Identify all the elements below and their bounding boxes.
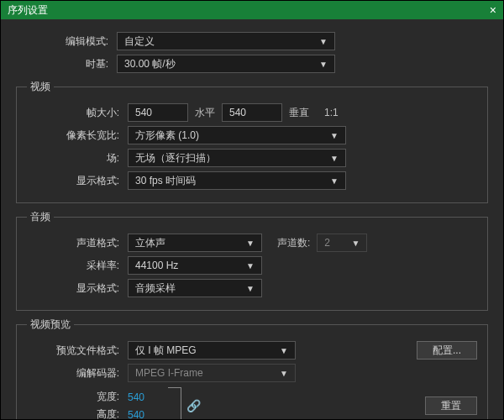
- par-value: 方形像素 (1.0): [135, 129, 199, 143]
- par-label: 像素长宽比:: [27, 129, 128, 143]
- reset-button[interactable]: 重置: [425, 396, 477, 415]
- ch-fmt-select[interactable]: 立体声 ▼: [128, 234, 262, 252]
- video-display-fmt-label: 显示格式:: [27, 174, 128, 188]
- par-select[interactable]: 方形像素 (1.0) ▼: [128, 126, 346, 144]
- chevron-down-icon: ▼: [280, 369, 288, 378]
- video-display-fmt-value: 30 fps 时间码: [135, 174, 196, 188]
- chevron-down-icon: ▼: [280, 346, 288, 355]
- chevron-down-icon: ▼: [351, 239, 360, 248]
- edit-mode-label: 编辑模式:: [16, 34, 117, 49]
- horiz-label: 水平: [195, 106, 215, 120]
- chevron-down-icon: ▼: [330, 131, 339, 140]
- video-display-fmt-select[interactable]: 30 fps 时间码 ▼: [128, 171, 346, 190]
- codec-value: MPEG I-Frame: [135, 367, 203, 379]
- codec-label: 编解码器:: [27, 366, 128, 381]
- ch-count-label: 声道数:: [277, 236, 310, 250]
- fields-select[interactable]: 无场（逐行扫描） ▼: [128, 149, 346, 167]
- ch-fmt-label: 声道格式:: [27, 236, 128, 250]
- fields-label: 场:: [27, 151, 128, 165]
- titlebar: 序列设置 ×: [1, 1, 503, 19]
- preview-group: 视频预览 预览文件格式: 仅 I 帧 MPEG ▼ 配置... 编解码器: MP…: [16, 318, 488, 420]
- timebase-label: 时基:: [16, 57, 117, 71]
- edit-mode-value: 自定义: [124, 34, 155, 49]
- audio-display-fmt-value: 音频采样: [135, 281, 176, 296]
- chevron-down-icon: ▼: [246, 284, 255, 293]
- chevron-down-icon: ▼: [246, 239, 255, 248]
- preview-file-fmt-select[interactable]: 仅 I 帧 MPEG ▼: [128, 341, 296, 360]
- frame-size-label: 帧大小:: [27, 106, 128, 120]
- audio-display-fmt-label: 显示格式:: [27, 281, 128, 296]
- chevron-down-icon: ▼: [330, 154, 339, 163]
- preview-width-value[interactable]: 540: [128, 391, 144, 403]
- codec-select: MPEG I-Frame ▼: [128, 364, 296, 382]
- preview-file-fmt-value: 仅 I 帧 MPEG: [135, 344, 197, 358]
- content: 编辑模式: 自定义 ▼ 时基: 30.00 帧/秒 ▼ 视频 帧大小: 540 …: [1, 19, 503, 420]
- ch-fmt-value: 立体声: [135, 236, 165, 250]
- vert-label: 垂直: [289, 106, 309, 120]
- ch-count-select[interactable]: 2 ▼: [317, 234, 367, 252]
- audio-legend: 音频: [27, 210, 54, 224]
- video-group: 视频 帧大小: 540 水平 540 垂直 1:1 像素长宽比: 方形像素 (1…: [16, 80, 488, 203]
- timebase-select[interactable]: 30.00 帧/秒 ▼: [117, 55, 335, 73]
- ch-count-value: 2: [324, 237, 330, 249]
- link-bracket-icon: [168, 387, 181, 420]
- chevron-down-icon: ▼: [330, 176, 339, 186]
- close-icon[interactable]: ×: [490, 3, 496, 17]
- aspect-ratio-text: 1:1: [324, 107, 339, 118]
- preview-height-label: 高度:: [27, 407, 128, 420]
- configure-button[interactable]: 配置...: [417, 341, 477, 360]
- chevron-down-icon: ▼: [319, 37, 328, 46]
- sample-rate-select[interactable]: 44100 Hz ▼: [128, 256, 262, 275]
- audio-display-fmt-select[interactable]: 音频采样 ▼: [128, 279, 262, 297]
- preview-height-value[interactable]: 540: [128, 409, 144, 421]
- fields-value: 无场（逐行扫描）: [135, 151, 216, 165]
- frame-height-input[interactable]: 540: [222, 103, 282, 122]
- window-title: 序列设置: [8, 3, 48, 18]
- preview-file-fmt-label: 预览文件格式:: [27, 344, 128, 358]
- video-legend: 视频: [27, 80, 54, 94]
- sample-rate-label: 采样率:: [27, 259, 128, 273]
- timebase-value: 30.00 帧/秒: [124, 57, 176, 71]
- link-icon[interactable]: 🔗: [186, 399, 201, 412]
- edit-mode-select[interactable]: 自定义 ▼: [117, 32, 335, 50]
- chevron-down-icon: ▼: [246, 261, 255, 270]
- sample-rate-value: 44100 Hz: [135, 260, 178, 271]
- audio-group: 音频 声道格式: 立体声 ▼ 声道数: 2 ▼ 采样率: 44100 Hz ▼ …: [16, 210, 488, 311]
- preview-width-label: 宽度:: [27, 390, 128, 404]
- frame-width-input[interactable]: 540: [128, 103, 188, 122]
- chevron-down-icon: ▼: [319, 60, 328, 69]
- preview-legend: 视频预览: [27, 318, 74, 332]
